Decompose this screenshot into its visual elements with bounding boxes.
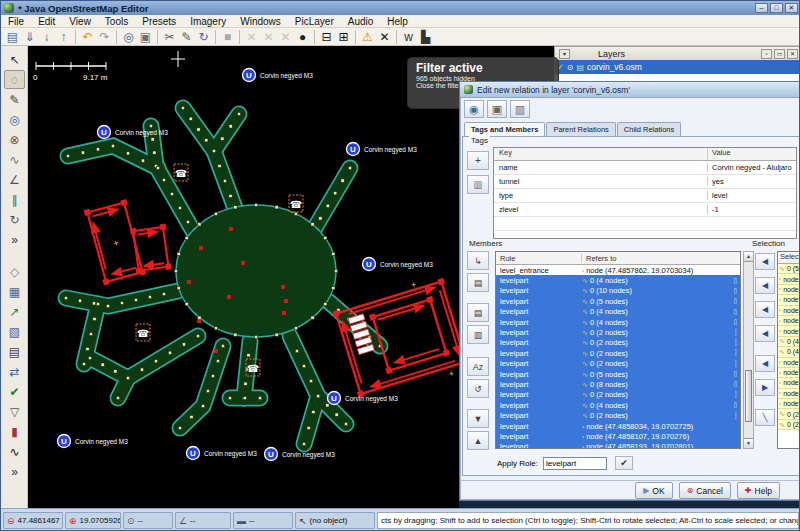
selection-list[interactable]: Selection ∿0 (5 nodes)▫node▫node▫node▫no… — [777, 251, 800, 449]
dialog-title-bar[interactable]: Edit new relation in layer 'corvin_v6.os… — [460, 82, 800, 98]
selection-list-header[interactable]: Selection — [778, 252, 800, 264]
member-row[interactable]: levelpart∿0 (4 nodes)▯ — [496, 400, 740, 410]
extrude-tool-icon[interactable]: ↻ — [4, 210, 25, 229]
add-tag-icon[interactable]: + — [467, 151, 489, 170]
selection-row[interactable]: ∿0 (4 nodes) — [778, 347, 800, 357]
command-panel-icon[interactable]: ▤ — [4, 342, 25, 361]
member-row[interactable]: level_entrance▪node (47.4857862, 19.0703… — [496, 265, 740, 275]
add-selection-after-icon[interactable]: ◀ — [755, 301, 775, 318]
selection-row[interactable]: ▫node — [778, 285, 800, 295]
zoom-to-selection-icon[interactable]: ◎ — [120, 29, 137, 45]
ok-button[interactable]: ▶OK — [635, 482, 672, 499]
members-role-header[interactable]: Role — [496, 254, 582, 263]
tab-child-relations[interactable]: Child Relations — [617, 122, 681, 136]
tag-row[interactable]: tunnelyes — [494, 175, 796, 189]
download-along-icon[interactable]: ✂ — [161, 29, 178, 45]
delete-mode-icon[interactable]: ✕ — [376, 29, 393, 45]
menu-imagery[interactable]: Imagery — [183, 16, 233, 27]
apply-changes-icon[interactable]: ◉ — [464, 100, 484, 118]
measure-panel-icon[interactable]: ∿ — [4, 442, 25, 461]
close-icon[interactable]: ✕ — [787, 49, 798, 59]
member-row[interactable]: levelpart∿0 (2 nodes)┆ — [496, 359, 740, 369]
sticky-icon[interactable]: ▫ — [761, 49, 772, 59]
duplicate-members-icon[interactable]: ▤ — [467, 303, 489, 322]
bus-icon[interactable]: ⊞ — [335, 29, 352, 45]
menu-tools[interactable]: Tools — [98, 16, 135, 27]
update-data-icon[interactable]: ↻ — [195, 29, 212, 45]
wms-layer-icon[interactable]: w — [400, 29, 417, 45]
menu-help[interactable]: Help — [380, 16, 415, 27]
draw-tool-icon[interactable]: ✎ — [178, 29, 195, 45]
merge-tool-icon[interactable]: ✕ — [243, 29, 260, 45]
select-tool-icon[interactable]: ↖ — [4, 50, 25, 69]
pan-hand-icon[interactable]: ● — [294, 29, 311, 45]
selection-row[interactable]: ▫node — [778, 399, 800, 409]
menu-view[interactable]: View — [62, 16, 98, 27]
move-up-icon[interactable]: ▲ — [467, 431, 489, 450]
parallel-tool-icon[interactable]: ∥ — [4, 190, 25, 209]
members-refers-header[interactable]: Refers to — [582, 254, 740, 263]
add-selection-at-start-icon[interactable]: ◀ — [755, 253, 775, 270]
validator-panel-icon[interactable]: ✔ — [4, 382, 25, 401]
selection-row[interactable]: ∿0 (5 nodes) — [778, 264, 800, 274]
tag-panel-icon[interactable]: ◇ — [4, 262, 25, 281]
conflict-panel-icon[interactable]: ⇄ — [4, 362, 25, 381]
menu-file[interactable]: File — [1, 16, 31, 27]
member-row[interactable]: levelpart∿0 (2 nodes)┆ — [496, 348, 740, 358]
tag-row[interactable]: nameCorvin negyed - Aluljaro — [494, 161, 796, 175]
menu-audio[interactable]: Audio — [341, 16, 381, 27]
upload-icon[interactable]: ↑ — [55, 29, 72, 45]
scroll-down-icon[interactable]: ▼ — [744, 438, 753, 448]
layer-row[interactable]: ✔ ⊙ ▤ corvin_v6.osm — [555, 60, 800, 74]
move-down-icon[interactable]: ▼ — [467, 409, 489, 428]
members-table[interactable]: Role Refers to level_entrance▪node (47.4… — [495, 251, 741, 449]
apply-role-input[interactable] — [543, 457, 607, 470]
changeset-panel-icon[interactable]: ▮ — [4, 422, 25, 441]
copy-members-icon[interactable]: ▤ — [467, 273, 489, 292]
selection-row[interactable]: ▫node — [778, 378, 800, 388]
close-button[interactable]: ✕ — [785, 3, 798, 13]
reverse-order-icon[interactable]: ↺ — [467, 379, 489, 398]
selection-row[interactable]: ▫node — [778, 368, 800, 378]
undock-icon[interactable]: ▭ — [774, 49, 785, 59]
save-icon[interactable]: ⇓ — [21, 29, 38, 45]
minimize-button[interactable]: – — [755, 3, 768, 13]
selection-row[interactable]: ▫node — [778, 316, 800, 326]
more-tools-icon[interactable]: » — [4, 230, 25, 249]
selection-row[interactable]: ∿0 (2 nodes) — [778, 420, 800, 430]
mapmode-icon[interactable]: ■ — [219, 29, 236, 45]
improve-way-tool-icon[interactable]: ∿ — [4, 150, 25, 169]
angle-tool-icon[interactable]: ∠ — [4, 170, 25, 189]
member-row[interactable]: levelpart∿0 (10 nodes)▯ — [496, 286, 740, 296]
member-row[interactable]: levelpart∿0 (2 nodes)┆ — [496, 410, 740, 420]
collapse-icon[interactable]: ▾ — [559, 49, 570, 59]
preferences-icon[interactable]: ▣ — [137, 29, 154, 45]
upload-selection-icon[interactable]: ↗ — [4, 302, 25, 321]
selection-row[interactable]: ▫node — [778, 389, 800, 399]
redo-icon[interactable]: ↷ — [96, 29, 113, 45]
remove-selection-icon[interactable]: ╲ — [755, 409, 775, 426]
tag-row[interactable]: typelevel — [494, 189, 796, 203]
menu-piclayer[interactable]: PicLayer — [288, 16, 341, 27]
members-scrollbar[interactable]: ▲ ▼ — [743, 251, 754, 449]
sort-members-icon[interactable]: Az — [467, 357, 489, 376]
selection-row[interactable]: ▫node — [778, 306, 800, 316]
duplicate-relation-icon[interactable]: ▣ — [487, 100, 507, 118]
select-members-in-map-icon[interactable]: ▶ — [755, 379, 775, 396]
selection-row[interactable]: ▫node — [778, 295, 800, 305]
undo-icon[interactable]: ↶ — [79, 29, 96, 45]
member-row[interactable]: levelpart∿0 (8 nodes)▯ — [496, 379, 740, 389]
maximize-button[interactable]: □ — [770, 3, 783, 13]
more-panels-icon[interactable]: » — [4, 462, 25, 481]
selection-row[interactable]: ▫node — [778, 326, 800, 336]
tab-parent-relations[interactable]: Parent Relations — [546, 122, 615, 136]
paste-members-icon[interactable]: ↳ — [467, 251, 489, 270]
member-row[interactable]: levelpart▪node (47.4858034, 19.0702725) — [496, 421, 740, 431]
scrollbar-thumb[interactable] — [745, 370, 752, 422]
tag-row-empty[interactable] — [494, 217, 796, 231]
open-icon[interactable]: ▤ — [4, 29, 21, 45]
member-row[interactable]: levelpart∿0 (2 nodes)┆ — [496, 338, 740, 348]
tags-table[interactable]: Key Value nameCorvin negyed - Aluljarotu… — [493, 147, 797, 239]
member-row[interactable]: levelpart∿0 (5 nodes)▯ — [496, 369, 740, 379]
menu-windows[interactable]: Windows — [233, 16, 288, 27]
